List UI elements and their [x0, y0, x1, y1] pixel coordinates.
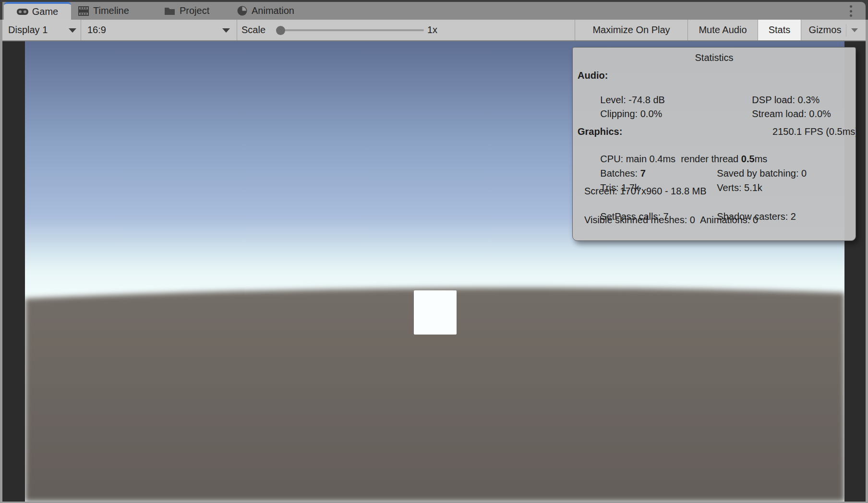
tab-options-menu-icon[interactable]	[849, 5, 852, 17]
fps-readout: 2150.1 FPS (0.5ms)	[772, 126, 856, 137]
display-dropdown-arrow-icon[interactable]	[69, 28, 76, 33]
audio-row-2: Clipping: 0.0%Stream load: 0.0%	[584, 97, 831, 131]
tab-game[interactable]: Game	[4, 2, 71, 20]
scale-value: 1x	[427, 20, 437, 40]
tab-game-label: Game	[32, 6, 58, 17]
gizmos-divider	[846, 24, 846, 36]
tab-project[interactable]: Project	[164, 2, 209, 20]
scale-label: Scale	[241, 20, 265, 40]
mute-audio-button[interactable]: Mute Audio	[687, 20, 758, 40]
display-selector[interactable]: Display 1	[8, 20, 48, 40]
gizmos-dropdown-arrow-icon[interactable]	[851, 28, 858, 32]
gamepad-icon	[17, 8, 28, 15]
game-view-toolbar: Display 1 16:9 Scale 1x Maximize On Play…	[2, 20, 866, 41]
tab-bar: Game Timeline	[2, 2, 866, 20]
statistics-overlay: Statistics Audio: Level: -74.8 dBDSP loa…	[572, 47, 856, 241]
tab-animation[interactable]: Animation	[237, 2, 294, 20]
maximize-on-play-button[interactable]: Maximize On Play	[575, 20, 687, 40]
tab-project-label: Project	[180, 5, 209, 16]
audio-section-header: Audio:	[578, 70, 608, 81]
graphics-section-header: Graphics:	[578, 126, 622, 137]
tab-animation-label: Animation	[252, 5, 294, 16]
skinned-meshes-row: Visible skinned meshes: 0 Animations: 0	[584, 215, 758, 226]
tab-timeline-label: Timeline	[93, 5, 129, 16]
clipping: Clipping: 0.0%	[600, 108, 752, 120]
screen-row: Screen: 1707x960 - 18.8 MB	[584, 186, 707, 197]
stats-button[interactable]: Stats	[758, 20, 801, 40]
statistics-title: Statistics	[573, 52, 856, 63]
stream-load: Stream load: 0.0%	[752, 108, 831, 119]
aspect-ratio-selector[interactable]: 16:9	[87, 20, 106, 40]
gizmos-button[interactable]: Gizmos	[801, 20, 866, 40]
clock-icon	[237, 6, 247, 16]
tab-timeline[interactable]: Timeline	[78, 2, 129, 20]
folder-icon	[164, 7, 175, 15]
verts: Verts: 5.1k	[717, 182, 762, 193]
aspect-dropdown-arrow-icon[interactable]	[222, 28, 230, 33]
scale-slider-track[interactable]	[281, 29, 424, 31]
white-cube	[414, 290, 457, 335]
film-icon	[78, 6, 89, 16]
unity-game-view-window: Game Timeline	[0, 0, 868, 503]
gizmos-label: Gizmos	[809, 24, 842, 36]
scale-slider-knob[interactable]	[276, 26, 285, 35]
window-top-edge: Game Timeline	[0, 0, 868, 20]
